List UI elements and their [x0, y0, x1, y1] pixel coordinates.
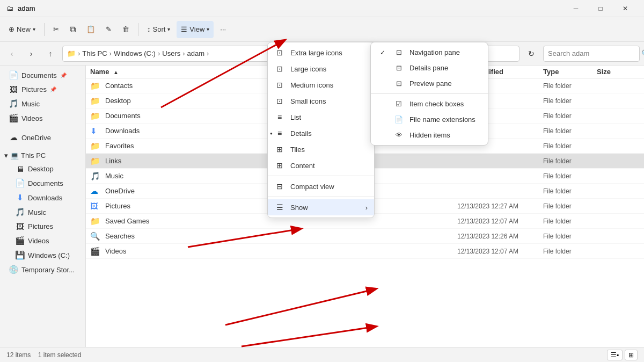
- new-chevron: ▾: [33, 26, 35, 32]
- sidebar-item-windowsc[interactable]: 💾 Windows (C:): [2, 248, 83, 262]
- column-type[interactable]: Type: [543, 68, 597, 76]
- view-extra-large[interactable]: ⊡ Extra large icons: [268, 45, 374, 61]
- view-medium[interactable]: ⊡ Medium icons: [268, 77, 374, 93]
- file-name: Saved Games: [105, 217, 457, 225]
- show-nav-pane[interactable]: ✓ ⊡ Navigation pane: [371, 45, 488, 60]
- view-large[interactable]: ⊡ Large icons: [268, 61, 374, 77]
- view-button[interactable]: ☰ View ▾: [177, 21, 214, 38]
- details-bullet: ●: [270, 131, 273, 136]
- show-details-pane[interactable]: ⊡ Details pane: [371, 60, 488, 76]
- file-icon: 📁: [90, 156, 102, 166]
- delete-icon: 🗑: [122, 25, 129, 33]
- file-icon: 🎬: [90, 247, 102, 256]
- large-icon: ⊡: [274, 64, 285, 73]
- file-type: File folder: [543, 202, 597, 210]
- refresh-button[interactable]: ↻: [524, 46, 539, 61]
- sidebar-item-videos[interactable]: 🎬 Videos: [2, 111, 83, 125]
- thispc-label: This PC: [21, 151, 46, 160]
- show-item-checkboxes[interactable]: ☑ Item check boxes: [371, 96, 488, 112]
- sidebar-item-documents[interactable]: 📄 Documents 📌: [2, 68, 83, 82]
- sidebar-item-music2[interactable]: 🎵 Music: [2, 205, 83, 219]
- file-icon: 🎵: [90, 171, 102, 181]
- copy-button[interactable]: ⧉: [65, 21, 80, 38]
- show-hidden-items[interactable]: 👁 Hidden items: [371, 127, 488, 143]
- file-icon: 🔍: [90, 231, 102, 241]
- minimize-button[interactable]: ─: [564, 0, 588, 17]
- rename-button[interactable]: ✎: [101, 21, 116, 38]
- file-date: 12/13/2023 12:07 AM: [457, 248, 543, 255]
- breadcrumb-windows[interactable]: Windows (C:): [114, 49, 156, 57]
- sort-button[interactable]: ↕ Sort ▾: [143, 21, 174, 38]
- cut-button[interactable]: ✂: [49, 21, 63, 38]
- view-list[interactable]: ≡ List: [268, 109, 374, 125]
- view-compact[interactable]: ⊟ Compact view: [268, 178, 374, 194]
- file-ext-label: File name extensions: [409, 115, 475, 124]
- column-size[interactable]: Size: [597, 68, 640, 76]
- search-box[interactable]: 🔍: [543, 46, 640, 62]
- up-button[interactable]: ↑: [43, 46, 58, 61]
- sidebar-thispc-header[interactable]: ▾ 💻 This PC: [0, 149, 85, 162]
- file-date: 12/13/2023 12:27 AM: [457, 202, 543, 210]
- sidebar-item-videos2[interactable]: 🎬 Videos: [2, 234, 83, 248]
- thispc-expand-icon: ▾: [4, 151, 8, 160]
- delete-button[interactable]: 🗑: [118, 21, 134, 38]
- hidden-label: Hidden items: [409, 131, 450, 139]
- more-icon: ···: [220, 25, 226, 33]
- list-label: List: [290, 113, 301, 121]
- view-tiles[interactable]: ⊞ Tiles: [268, 141, 374, 157]
- close-button[interactable]: ✕: [613, 0, 638, 17]
- back-button[interactable]: ‹: [4, 46, 19, 61]
- dropdown-sep-2: [268, 197, 374, 197]
- grid-view-toggle[interactable]: ⊞: [625, 350, 638, 360]
- maximize-button[interactable]: □: [588, 0, 613, 17]
- show-file-extensions[interactable]: 📄 File name extensions: [371, 112, 488, 127]
- compact-label: Compact view: [290, 183, 334, 191]
- breadcrumb-adam[interactable]: adam: [187, 49, 205, 57]
- show-sep-1: [371, 93, 488, 94]
- sidebar-item-tempstorage[interactable]: 💿 Temporary Stor...: [2, 263, 83, 277]
- documents-icon: 📄: [9, 70, 18, 80]
- file-icon: ☁: [90, 186, 102, 196]
- list-view-toggle[interactable]: ☰▪: [607, 350, 623, 360]
- sidebar-item-music[interactable]: 🎵 Music: [2, 97, 83, 111]
- file-type: File folder: [543, 233, 597, 240]
- sidebar-item-onedrive[interactable]: ☁ OneDrive: [2, 131, 83, 144]
- title-bar-controls: ─ □ ✕: [564, 0, 638, 17]
- file-type: File folder: [543, 172, 597, 180]
- sidebar-item-pictures[interactable]: 🖼 Pictures 📌: [2, 83, 83, 96]
- breadcrumb-users[interactable]: Users: [162, 49, 180, 57]
- show-label: Show: [290, 204, 308, 212]
- forward-button[interactable]: ›: [24, 46, 39, 61]
- show-preview-pane[interactable]: ⊡ Preview pane: [371, 76, 488, 91]
- view-small[interactable]: ⊡ Small icons: [268, 93, 374, 109]
- view-content[interactable]: ⊞ Content: [268, 157, 374, 173]
- column-type-label: Type: [543, 68, 559, 76]
- new-button[interactable]: ⊕ New ▾: [4, 21, 40, 38]
- sort-chevron: ▾: [167, 26, 170, 32]
- dropdown-sep-1: [268, 176, 374, 176]
- paste-button[interactable]: 📋: [82, 21, 99, 38]
- sidebar-item-desktop[interactable]: 🖥 Desktop: [2, 162, 83, 176]
- table-row[interactable]: 🔍 Searches 12/13/2023 12:26 AM File fold…: [86, 229, 644, 244]
- nav-pane-check: ✓: [377, 49, 388, 56]
- show-arrow: ›: [365, 204, 368, 212]
- sidebar-item-documents2[interactable]: 📄 Documents: [2, 176, 83, 190]
- toolbar: ⊕ New ▾ ✂ ⧉ 📋 ✎ 🗑 ↕ Sort ▾ ☰ View ▾ ···: [0, 17, 644, 42]
- extra-large-label: Extra large icons: [290, 49, 342, 57]
- view-show[interactable]: ☰ Show ›: [268, 199, 374, 215]
- view-details[interactable]: ● ≡ Details: [268, 125, 374, 141]
- sidebar-desktop-label: Desktop: [28, 165, 54, 173]
- extra-large-icon: ⊡: [274, 48, 285, 57]
- more-button[interactable]: ···: [216, 21, 230, 38]
- table-row[interactable]: 🎬 Videos 12/13/2023 12:07 AM File folder: [86, 244, 644, 259]
- breadcrumb-thispc[interactable]: This PC: [82, 49, 107, 57]
- sidebar-item-pictures2[interactable]: 🖼 Pictures: [2, 220, 83, 233]
- search-input[interactable]: [548, 49, 638, 57]
- breadcrumb-sep-4: ›: [182, 49, 185, 57]
- pin-icon-pictures: 📌: [50, 86, 56, 92]
- sidebar-item-downloads[interactable]: ⬇ Downloads: [2, 191, 83, 205]
- sidebar-documents-label: Documents: [21, 71, 57, 79]
- list-icon: ≡: [274, 113, 285, 121]
- show-icon: ☰: [274, 203, 285, 212]
- sidebar-pictures-label: Pictures: [21, 85, 47, 93]
